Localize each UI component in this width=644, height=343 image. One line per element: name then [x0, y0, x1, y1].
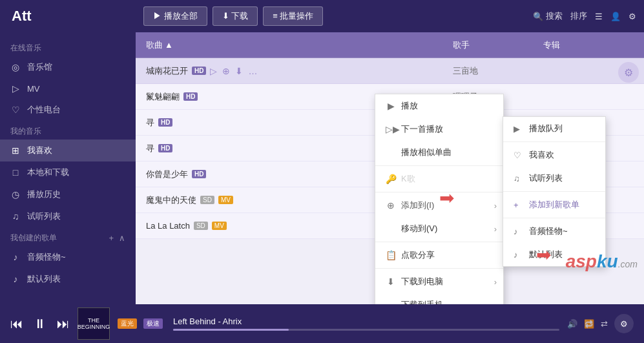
play-history-icon: ◷ [10, 189, 21, 200]
player-controls: ⏮ ⏸ ⏭ [10, 317, 70, 331]
content-area: 歌曲 ▲ 歌手 专辑 城南花已开 HD ▷ ⊕ ⬇ … [136, 32, 644, 304]
prev-button[interactable]: ⏮ [10, 317, 23, 331]
download-button[interactable]: ⬇ 下载 [213, 6, 258, 26]
sub-favorites-icon: ♡ [514, 151, 524, 160]
player-right: 🔊 🔁 ⇄ ⚙ [567, 314, 634, 333]
my-music-title: 我的音乐 [0, 121, 136, 140]
online-music-title: 在线音乐 [0, 37, 136, 56]
batch-button[interactable]: ≡ 批量操作 [263, 6, 323, 26]
ctx-divider-3 [375, 242, 503, 242]
my-favorites-icon: ⊞ [10, 145, 21, 156]
pause-button[interactable]: ⏸ [34, 317, 47, 331]
music-hall-label: 音乐馆 [27, 61, 52, 73]
hd-badge-0: HD [192, 67, 206, 75]
sub-add-new-playlist[interactable]: + 添加到新歌单 [503, 193, 605, 216]
song-artist-0: 三亩地 [453, 65, 543, 77]
sub-audio-monster[interactable]: ♪ 音频怪物~ [503, 220, 605, 243]
shuffle-icon[interactable]: ⇄ [601, 319, 608, 329]
sub-trial-list[interactable]: ♫ 试听列表 [503, 167, 605, 190]
sidebar-item-local-download[interactable]: □ 本地和下载 [0, 161, 136, 183]
mv-badge-6: MV [212, 222, 227, 230]
main-layout: 在线音乐 ◎ 音乐馆 ▷ MV ♡ 个性电台 我的音乐 ⊞ 我喜欢 □ 本地和下… [0, 32, 644, 304]
sidebar-item-mv[interactable]: ▷ MV [0, 78, 136, 99]
repeat-icon[interactable]: 🔁 [584, 319, 594, 329]
sd-badge-6: SD [194, 222, 208, 230]
quality-badge: 极速 [143, 318, 163, 329]
sort-button[interactable]: 排序 [570, 10, 587, 22]
add-icon[interactable]: ⊕ [222, 66, 230, 76]
play-icon[interactable]: ▷ [210, 66, 217, 76]
collapse-button[interactable]: ∧ [119, 233, 125, 243]
sub-divider-2 [503, 191, 605, 192]
player-song-title: Left Behind - Ahrix [173, 317, 559, 326]
sidebar-item-audio-monster[interactable]: ♪ 音频怪物~ [0, 246, 136, 268]
col-album-header[interactable]: 专辑 [543, 39, 634, 51]
content-settings-btn[interactable]: ⚙ [618, 62, 639, 83]
ctx-play[interactable]: ▶ 播放 [375, 94, 503, 118]
ctx-download-phone[interactable]: 下载到手机 [375, 293, 503, 304]
sub-trial-icon: ♫ [514, 174, 524, 183]
content-header: 歌曲 ▲ 歌手 专辑 [136, 32, 644, 58]
play-history-label: 播放历史 [27, 189, 61, 200]
user-icon[interactable]: 👤 [610, 12, 621, 21]
col-song-header[interactable]: 歌曲 ▲ [146, 39, 453, 51]
more-icon[interactable]: … [248, 66, 257, 76]
player-badges: 蓝光 极速 [118, 318, 163, 329]
ctx-download-pc[interactable]: ⬇ 下载到电脑 › [375, 270, 503, 293]
ctx-share[interactable]: 📋 点歌分享 [375, 244, 503, 267]
created-songs-title: 我创建的歌单 [10, 233, 57, 244]
music-hall-icon: ◎ [10, 62, 21, 72]
play-all-button[interactable]: ▶ 播放全部 [143, 6, 207, 26]
default-list-label: 默认列表 [27, 273, 61, 285]
download-icon[interactable]: ⬇ [235, 66, 243, 76]
default-list-icon: ♪ [10, 274, 21, 284]
sd-badge-5: SD [200, 196, 214, 204]
hd-badge-3: HD [158, 144, 172, 152]
volume-icon[interactable]: 🔊 [567, 319, 577, 329]
ctx-move-to[interactable]: 移动到(V) › [375, 217, 503, 240]
ctx-play-next-icon: ▷▶ [386, 124, 396, 134]
trial-list-label: 试听列表 [27, 211, 61, 222]
ctx-play-next[interactable]: ▷▶ 下一首播放 [375, 118, 503, 141]
sub-menu: ▶ 播放队列 ♡ 我喜欢 ♫ 试听列表 + 添加到新歌单 ♪ 音频怪物~ [503, 116, 606, 267]
album-art: THE BEGINNING [78, 307, 110, 340]
next-button[interactable]: ⏭ [57, 317, 70, 331]
sub-play-queue[interactable]: ▶ 播放队列 [503, 117, 605, 140]
audio-monster-label: 音频怪物~ [27, 251, 66, 263]
ctx-divider-4 [375, 268, 503, 269]
header-actions: ▶ 播放全部 ⬇ 下载 ≡ 批量操作 [143, 6, 533, 26]
player-progress[interactable] [173, 329, 559, 331]
settings-icon[interactable]: ⚙ [628, 12, 636, 21]
sidebar-item-my-favorites[interactable]: ⊞ 我喜欢 [0, 140, 136, 161]
col-artist-header[interactable]: 歌手 [453, 39, 543, 51]
search-label[interactable]: 搜索 [546, 10, 563, 22]
sub-my-favorites[interactable]: ♡ 我喜欢 [503, 143, 605, 167]
song-actions-0: ▷ ⊕ ⬇ … [210, 66, 257, 76]
sidebar-item-trial-list[interactable]: ♫ 试听列表 [0, 205, 136, 227]
sidebar-item-default-list[interactable]: ♪ 默认列表 [0, 268, 136, 290]
player-settings-button[interactable]: ⚙ [614, 314, 634, 333]
watermark: aspku.com [566, 251, 638, 272]
ctx-move-arrow: › [494, 224, 497, 234]
ctx-add-arrow: › [494, 201, 497, 211]
add-playlist-button[interactable]: + [109, 233, 114, 243]
search-area[interactable]: 🔍 搜索 [533, 10, 563, 22]
sub-default-list-icon: ♪ [514, 250, 524, 260]
sidebar-item-play-history[interactable]: ◷ 播放历史 [0, 183, 136, 205]
ctx-play-icon: ▶ [386, 101, 396, 111]
arrow-indicator-2: ➡ [536, 244, 551, 265]
ctx-download-icon: ⬇ [386, 276, 396, 287]
menu-icon[interactable]: ☰ [595, 12, 603, 21]
ctx-divider-1 [375, 165, 503, 166]
sidebar-item-personal-radio[interactable]: ♡ 个性电台 [0, 99, 136, 121]
sub-play-queue-icon: ▶ [514, 124, 524, 134]
sub-divider-3 [503, 218, 605, 218]
mv-badge-5: MV [218, 196, 233, 204]
ctx-play-similar[interactable]: 播放相似单曲 [375, 141, 503, 164]
mv-label: MV [27, 84, 40, 94]
personal-radio-icon: ♡ [10, 105, 21, 115]
table-row[interactable]: 城南花已开 HD ▷ ⊕ ⬇ … 三亩地 [136, 58, 644, 84]
my-favorites-label: 我喜欢 [27, 145, 52, 156]
sidebar-item-music-hall[interactable]: ◎ 音乐馆 [0, 56, 136, 78]
player-bar: ⏮ ⏸ ⏭ THE BEGINNING 蓝光 极速 Left Behind - … [0, 304, 644, 343]
